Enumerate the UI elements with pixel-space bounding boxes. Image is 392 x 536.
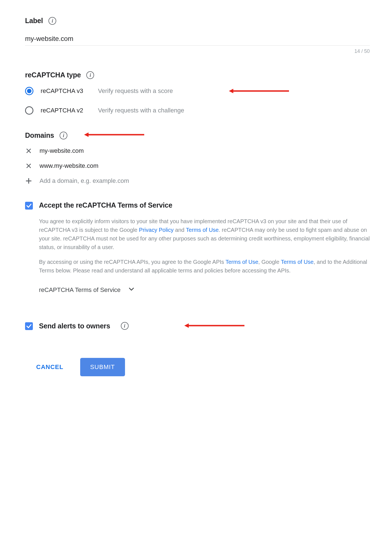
add-domain-input[interactable] xyxy=(40,177,207,185)
tos-section: Accept the reCAPTCHA Terms of Service Yo… xyxy=(25,201,370,294)
info-icon[interactable]: i xyxy=(121,322,129,330)
close-icon[interactable] xyxy=(25,147,32,154)
alerts-checkbox[interactable] xyxy=(25,322,33,330)
alerts-label: Send alerts to owners xyxy=(39,322,110,330)
radio-desc: Verify requests with a challenge xyxy=(98,107,184,114)
add-domain-row xyxy=(25,177,370,185)
tos-p2-a: By accessing or using the reCAPTCHA APIs… xyxy=(39,259,226,265)
svg-marker-3 xyxy=(84,132,89,137)
google-terms-link[interactable]: Terms of Use xyxy=(281,259,314,265)
char-counter: 14 / 50 xyxy=(25,48,370,54)
submit-button[interactable]: SUBMIT xyxy=(80,358,125,376)
tos-label: Accept the reCAPTCHA Terms of Service xyxy=(39,201,370,209)
domain-row: my-website.com xyxy=(25,147,370,154)
domains-title: Domains xyxy=(25,131,54,139)
svg-marker-1 xyxy=(229,89,233,93)
tos-checkbox[interactable] xyxy=(25,202,33,210)
cancel-button[interactable]: CANCEL xyxy=(33,358,66,376)
radio-label: reCAPTCHA v2 xyxy=(41,107,91,114)
info-icon[interactable]: i xyxy=(48,17,56,25)
domains-section: Domains i my-website.com www.my-website.… xyxy=(25,131,370,185)
radio-label: reCAPTCHA v3 xyxy=(41,87,91,95)
annotation-arrow xyxy=(228,88,290,94)
radio-icon-unselected xyxy=(25,106,33,115)
tos-text: You agree to explicitly inform visitors … xyxy=(39,217,370,275)
domain-row: www.my-website.com xyxy=(25,162,370,169)
recaptcha-type-section: reCAPTCHA type i reCAPTCHA v3 Verify req… xyxy=(25,71,370,115)
chevron-down-icon xyxy=(128,286,134,294)
button-row: CANCEL SUBMIT xyxy=(25,358,370,376)
label-title: Label xyxy=(25,17,43,25)
info-icon[interactable]: i xyxy=(60,132,67,139)
radio-recaptcha-v3[interactable]: reCAPTCHA v3 Verify requests with a scor… xyxy=(25,87,370,95)
radio-desc: Verify requests with a score xyxy=(98,87,173,95)
label-input[interactable] xyxy=(25,33,370,46)
annotation-arrow xyxy=(184,323,245,328)
radio-recaptcha-v2[interactable]: reCAPTCHA v2 Verify requests with a chal… xyxy=(25,106,370,115)
tos-expand[interactable]: reCAPTCHA Terms of Service xyxy=(39,286,370,294)
domain-text: my-website.com xyxy=(40,147,84,154)
close-icon[interactable] xyxy=(25,162,32,169)
alerts-section: Send alerts to owners i xyxy=(25,322,370,330)
domain-text: www.my-website.com xyxy=(40,162,98,169)
tos-p2-b: , Google xyxy=(258,259,281,265)
info-icon[interactable]: i xyxy=(86,71,94,79)
terms-of-use-link[interactable]: Terms of Use xyxy=(186,227,219,233)
privacy-policy-link[interactable]: Privacy Policy xyxy=(139,227,173,233)
svg-marker-5 xyxy=(184,323,189,328)
label-section: Label i 14 / 50 xyxy=(25,17,370,54)
annotation-arrow xyxy=(84,132,145,137)
plus-icon[interactable] xyxy=(25,177,32,185)
tos-expand-label: reCAPTCHA Terms of Service xyxy=(39,286,121,294)
recaptcha-type-title: reCAPTCHA type xyxy=(25,71,81,79)
api-terms-link[interactable]: Terms of Use xyxy=(226,259,258,265)
radio-icon-selected xyxy=(25,87,33,95)
tos-p1-b: and xyxy=(174,227,186,233)
